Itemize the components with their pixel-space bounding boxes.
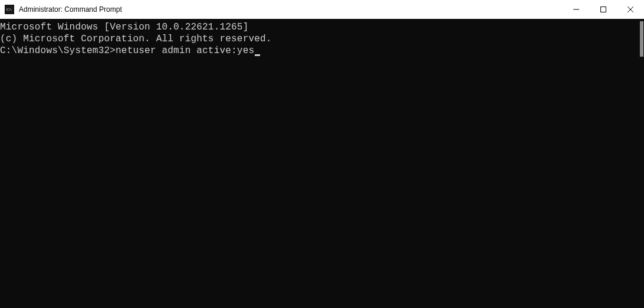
command-input[interactable]: netuser admin active:yes — [116, 45, 254, 56]
scrollbar-thumb[interactable] — [640, 21, 643, 57]
window-title: Administrator: Command Prompt — [19, 5, 563, 14]
prompt-line: C:\Windows\System32>netuser admin active… — [0, 45, 644, 57]
terminal-area[interactable]: Microsoft Windows [Version 10.0.22621.12… — [0, 19, 644, 308]
titlebar: C:\ Administrator: Command Prompt — [0, 0, 644, 19]
cmd-icon: C:\ — [5, 5, 14, 14]
cursor-icon — [255, 54, 260, 56]
prompt-path: C:\Windows\System32> — [0, 45, 116, 56]
copyright-line: (c) Microsoft Corporation. All rights re… — [0, 33, 644, 45]
version-line: Microsoft Windows [Version 10.0.22621.12… — [0, 21, 644, 33]
window-controls — [563, 0, 644, 19]
svg-rect-4 — [601, 7, 606, 12]
minimize-button[interactable] — [563, 0, 590, 19]
svg-text:C:\: C:\ — [6, 7, 12, 12]
close-button[interactable] — [617, 0, 644, 19]
maximize-button[interactable] — [590, 0, 617, 19]
